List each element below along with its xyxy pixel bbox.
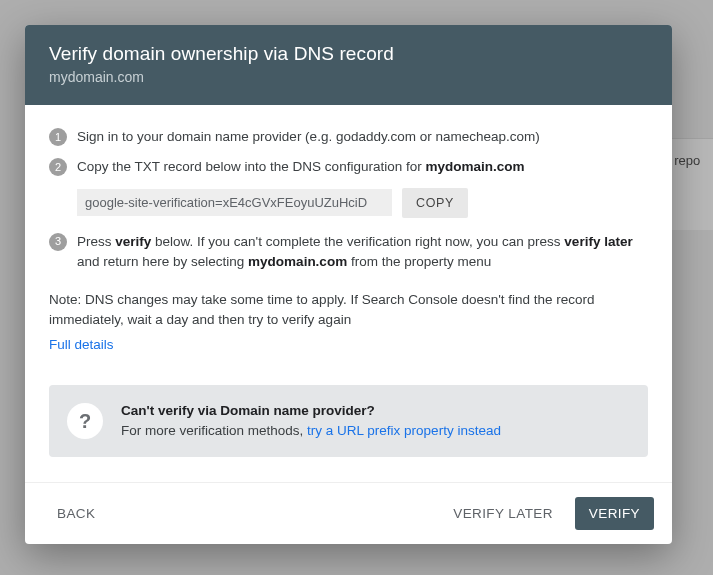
question-icon: ? [67,403,103,439]
verify-later-button[interactable]: VERIFY LATER [439,497,567,530]
s3-b2: verify later [564,234,632,249]
s3-b1: verify [115,234,151,249]
back-button[interactable]: BACK [43,497,109,530]
step-2: 2 Copy the TXT record below into the DNS… [49,157,648,177]
s3-t4: from the property menu [347,254,491,269]
s3-t1: Press [77,234,115,249]
url-prefix-link[interactable]: try a URL prefix property instead [307,423,501,438]
dialog-header: Verify domain ownership via DNS record m… [25,25,672,105]
txt-record-input[interactable] [77,189,392,216]
s3-t2: below. If you can't complete the verific… [151,234,564,249]
step-1: 1 Sign in to your domain name provider (… [49,127,648,147]
alt-text: Can't verify via Domain name provider? F… [121,401,501,442]
step-badge-2: 2 [49,158,67,176]
full-details-link[interactable]: Full details [49,335,114,355]
alt-pre: For more verification methods, [121,423,307,438]
step-3-text: Press verify below. If you can't complet… [77,232,648,273]
step-badge-1: 1 [49,128,67,146]
dialog-body: 1 Sign in to your domain name provider (… [25,105,672,482]
dialog-subtitle: mydomain.com [49,69,648,85]
txt-record-row: COPY [77,188,648,218]
step-1-text: Sign in to your domain name provider (e.… [77,127,648,147]
dns-note: Note: DNS changes may take some time to … [49,290,648,331]
step-badge-3: 3 [49,233,67,251]
verify-button[interactable]: VERIFY [575,497,654,530]
step-3: 3 Press verify below. If you can't compl… [49,232,648,273]
s3-b3: mydomain.com [248,254,347,269]
step-2-text: Copy the TXT record below into the DNS c… [77,157,648,177]
copy-button[interactable]: COPY [402,188,468,218]
verify-domain-dialog: Verify domain ownership via DNS record m… [25,25,672,544]
s3-t3: and return here by selecting [77,254,248,269]
alt-title: Can't verify via Domain name provider? [121,401,501,421]
dialog-title: Verify domain ownership via DNS record [49,43,648,65]
dialog-footer: BACK VERIFY LATER VERIFY [25,482,672,544]
step-2-pre: Copy the TXT record below into the DNS c… [77,159,425,174]
alt-verification-box: ? Can't verify via Domain name provider?… [49,385,648,458]
step-2-domain: mydomain.com [425,159,524,174]
